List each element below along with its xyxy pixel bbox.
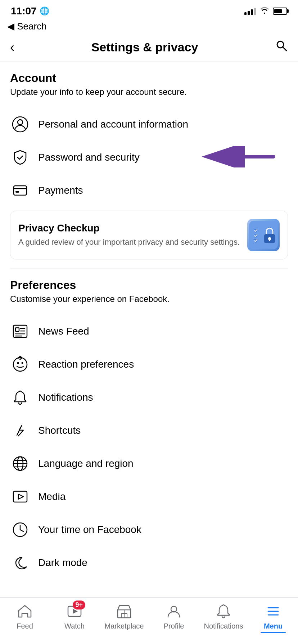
- globe-icon: 🌐: [40, 6, 49, 16]
- nav-menu[interactable]: Menu: [253, 602, 293, 633]
- svg-line-1: [283, 47, 286, 51]
- payments-label: Payments: [38, 185, 83, 196]
- account-section: Account Update your info to keep your ac…: [0, 61, 298, 108]
- svg-rect-16: [15, 328, 19, 331]
- reaction-item[interactable]: Reaction preferences: [10, 348, 288, 381]
- svg-line-35: [20, 530, 23, 532]
- media-item[interactable]: Media: [10, 480, 288, 513]
- svg-point-3: [18, 120, 23, 125]
- page-header: ‹ Settings & privacy: [0, 36, 298, 61]
- bottom-nav: Feed 9+ Watch Marketplace: [0, 597, 298, 644]
- time-on-facebook-item[interactable]: Your time on Facebook: [10, 513, 288, 546]
- menu-nav-icon: [264, 602, 283, 621]
- preferences-section: Preferences Customise your experience on…: [0, 268, 298, 315]
- svg-marker-32: [18, 494, 23, 499]
- personal-info-item[interactable]: Personal and account information: [10, 108, 288, 141]
- status-bar: 11:07 🌐: [0, 0, 298, 19]
- privacy-checkup-desc: A guided review of your important privac…: [18, 237, 241, 248]
- privacy-checkup-card[interactable]: Privacy Checkup A guided review of your …: [10, 211, 288, 259]
- preferences-subtitle: Customise your experience on Facebook.: [10, 294, 288, 304]
- svg-point-40: [171, 606, 177, 612]
- personal-info-label: Personal and account information: [38, 119, 188, 130]
- password-security-label: Password and security: [38, 152, 140, 163]
- payments-item[interactable]: Payments: [10, 174, 288, 207]
- account-title: Account: [10, 72, 288, 85]
- battery-icon: [273, 8, 287, 15]
- shortcuts-label: Shortcuts: [38, 425, 81, 436]
- signal-icon: [244, 7, 256, 15]
- account-subtitle: Update your info to keep your account se…: [10, 87, 288, 97]
- privacy-card-text: Privacy Checkup A guided review of your …: [18, 222, 241, 248]
- page-title: Settings & privacy: [91, 40, 198, 54]
- newsfeed-item[interactable]: News Feed: [10, 315, 288, 348]
- svg-rect-7: [15, 191, 19, 193]
- preferences-title: Preferences: [10, 279, 288, 292]
- preferences-items: News Feed Reaction preferences Notificat…: [0, 315, 298, 579]
- bell-icon: [10, 387, 30, 408]
- svg-marker-37: [73, 609, 78, 614]
- marketplace-nav-label: Marketplace: [105, 622, 144, 630]
- password-security-row: Password and security: [10, 141, 288, 174]
- reaction-icon: [10, 354, 30, 374]
- feed-nav-label: Feed: [17, 622, 33, 630]
- svg-rect-14: [269, 239, 270, 241]
- media-label: Media: [38, 491, 66, 502]
- media-icon: [10, 487, 30, 507]
- search-button[interactable]: [275, 39, 288, 55]
- nav-profile[interactable]: Profile: [154, 602, 194, 630]
- status-time: 11:07: [11, 5, 37, 17]
- nav-notifications[interactable]: Notifications: [204, 602, 243, 630]
- moon-icon: [10, 553, 30, 573]
- language-item[interactable]: Language and region: [10, 447, 288, 480]
- shield-icon: [10, 147, 30, 167]
- back-search-label[interactable]: ◀ Search: [7, 21, 47, 32]
- privacy-checkup-image: [247, 219, 280, 251]
- watch-nav-icon: 9+: [65, 602, 84, 621]
- person-icon: [10, 114, 30, 134]
- watch-nav-label: Watch: [64, 622, 85, 630]
- shortcuts-item[interactable]: Shortcuts: [10, 414, 288, 447]
- svg-rect-6: [14, 186, 27, 195]
- notifications-nav-label: Notifications: [204, 622, 243, 630]
- notifications-label: Notifications: [38, 392, 93, 403]
- nav-watch[interactable]: 9+ Watch: [55, 602, 94, 630]
- menu-nav-label: Menu: [264, 622, 283, 630]
- globe-settings-icon: [10, 454, 30, 474]
- newsfeed-label: News Feed: [38, 326, 89, 337]
- svg-point-23: [22, 362, 23, 364]
- menu-active-indicator: [261, 632, 286, 633]
- back-button[interactable]: ‹: [10, 40, 14, 55]
- profile-nav-icon: [164, 602, 183, 621]
- reaction-label: Reaction preferences: [38, 359, 134, 370]
- shortcuts-icon: [10, 420, 30, 441]
- dark-mode-label: Dark mode: [38, 557, 87, 569]
- back-search-row[interactable]: ◀ Search: [0, 19, 298, 36]
- nav-feed[interactable]: Feed: [5, 602, 45, 630]
- account-items: Personal and account information Passwor…: [0, 108, 298, 207]
- payments-icon: [10, 180, 30, 201]
- marketplace-nav-icon: [115, 602, 134, 621]
- notifications-item[interactable]: Notifications: [10, 381, 288, 414]
- time-on-facebook-label: Your time on Facebook: [38, 524, 141, 535]
- newsfeed-icon: [10, 321, 30, 341]
- svg-point-22: [17, 362, 19, 364]
- svg-rect-31: [13, 491, 27, 502]
- watch-badge: 9+: [73, 601, 85, 610]
- status-icons: [244, 7, 287, 16]
- profile-nav-label: Profile: [164, 622, 184, 630]
- wifi-icon: [260, 7, 269, 16]
- privacy-checkup-title: Privacy Checkup: [18, 222, 241, 234]
- notifications-nav-icon: [214, 602, 233, 621]
- nav-marketplace[interactable]: Marketplace: [104, 602, 144, 630]
- language-label: Language and region: [38, 458, 134, 469]
- dark-mode-item[interactable]: Dark mode: [10, 546, 288, 579]
- purple-arrow-annotation: [202, 146, 281, 169]
- clock-icon: [10, 520, 30, 540]
- feed-nav-icon: [15, 602, 34, 621]
